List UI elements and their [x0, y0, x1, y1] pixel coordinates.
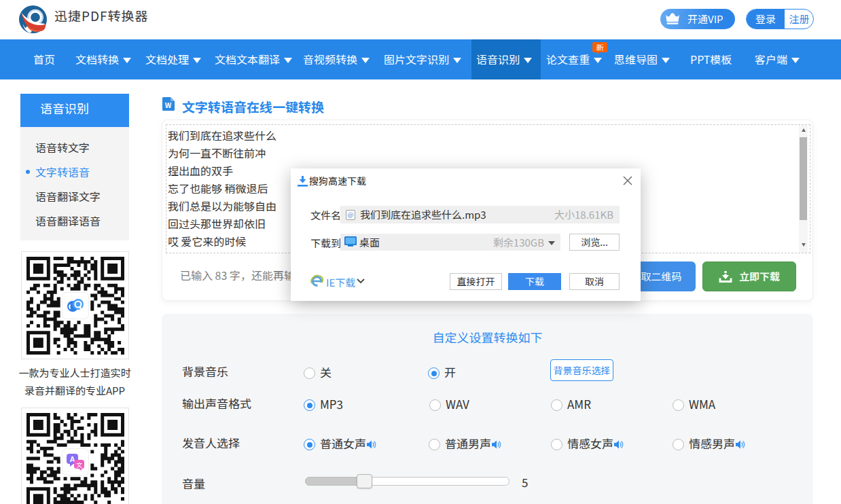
svg-text:文: 文	[76, 461, 82, 469]
svg-text:W: W	[165, 100, 172, 110]
svg-text:@: @	[348, 210, 354, 219]
